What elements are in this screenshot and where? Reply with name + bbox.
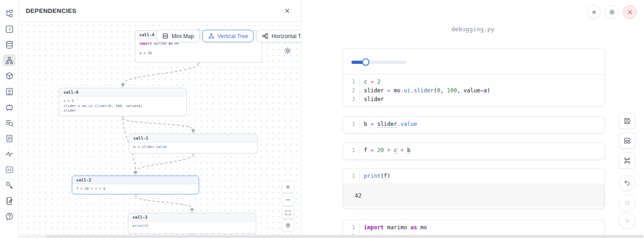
code-line: 1b = slider.value xyxy=(343,120,604,129)
close-panel-button[interactable] xyxy=(282,6,292,16)
code-token: ) xyxy=(387,173,391,179)
commands-button[interactable] xyxy=(619,152,635,169)
code-token: . xyxy=(401,87,404,94)
code-token: b xyxy=(133,145,138,149)
graph-node-cell-1[interactable]: cell-1b = slider.value xyxy=(129,134,258,153)
slider-thumb[interactable] xyxy=(362,58,369,66)
document-icon xyxy=(5,134,14,143)
sidebar-item-tracing[interactable] xyxy=(3,148,16,160)
layout-button[interactable] xyxy=(619,132,635,149)
help-icon xyxy=(5,212,14,221)
slider-track[interactable] xyxy=(351,61,407,64)
graph-node-title: cell-0 xyxy=(59,88,186,96)
graph-node-code: f = 20 + c + b xyxy=(72,184,199,194)
code-token: 100 xyxy=(115,104,122,108)
shutdown-button[interactable] xyxy=(623,5,637,19)
view-mode-horizontal-tree[interactable]: Horizontal Tree xyxy=(256,30,301,42)
code-token: slider xyxy=(63,108,76,113)
sidebar-item-scratchpad[interactable] xyxy=(3,195,16,207)
code-token: f xyxy=(384,173,387,180)
notebook-settings-button[interactable] xyxy=(605,5,619,19)
code-token: mo xyxy=(417,224,427,231)
save-button[interactable] xyxy=(619,113,635,129)
code-token: = xyxy=(370,121,374,127)
zoom-out-button[interactable] xyxy=(282,193,294,206)
line-number: 1 xyxy=(343,120,355,129)
horizontal-scrollbar[interactable] xyxy=(19,235,644,238)
zoom-in-button[interactable] xyxy=(282,181,294,193)
database-icon xyxy=(5,40,14,49)
code-token: ( xyxy=(434,87,437,94)
graph-settings-button[interactable] xyxy=(284,47,292,55)
sidebar-item-chat[interactable] xyxy=(3,101,16,113)
code-token xyxy=(404,147,407,153)
code-editor[interactable]: 1c = 22slider = mo.ui.slider(0, 100, val… xyxy=(343,74,604,107)
code-token: = xyxy=(370,147,374,153)
graph-node-title: cell-3 xyxy=(128,213,256,221)
code-editor[interactable]: 1b = slider.value xyxy=(343,117,604,132)
line-number: 1 xyxy=(343,78,355,86)
graph-node-cell-0[interactable]: cell-0c = 2slider = mo.ui.slider(0, 100,… xyxy=(59,88,187,116)
notebook-cell: 1b = slider.value xyxy=(343,116,605,134)
sidebar-item-logs[interactable] xyxy=(3,117,16,129)
panel-title: DEPENDENCIES xyxy=(26,7,76,14)
graph-node-cell-2[interactable]: cell-2f = 20 + c + b xyxy=(72,176,199,194)
graph-node-code: print(f) xyxy=(128,221,256,231)
code-editor[interactable]: 1f = 20 + c + b xyxy=(343,143,604,158)
dependency-graph-canvas[interactable]: cell-4import marimo as mo a = 20cell-0c … xyxy=(19,23,301,238)
locate-button[interactable] xyxy=(282,219,294,232)
view-mode-label: Mini Map xyxy=(172,33,194,40)
sidebar-item-dependencies[interactable] xyxy=(3,54,16,66)
code-token: c xyxy=(364,79,370,85)
notebook-cell: 1c = 22slider = mo.ui.slider(0, 100, val… xyxy=(343,48,605,107)
code-token: slider xyxy=(63,104,78,108)
view-mode-label: Horizontal Tree xyxy=(271,33,301,40)
code-token xyxy=(384,147,387,153)
dependencies-panel: DEPENDENCIES cell-4import marimo as mo a… xyxy=(19,0,301,238)
sidebar-item-documentation[interactable] xyxy=(3,85,16,97)
code-token: b xyxy=(364,121,370,127)
svg-text:f: f xyxy=(8,27,12,32)
sidebar-item-file-explorer[interactable] xyxy=(3,7,16,19)
activity-bar: f xyxy=(0,0,19,238)
logs-search-icon xyxy=(5,119,14,127)
horizontal-tree-icon xyxy=(262,33,269,40)
pulse-icon xyxy=(5,150,14,159)
sidebar-item-snippets[interactable] xyxy=(3,132,16,144)
code-token: b xyxy=(104,187,106,191)
key-icon xyxy=(5,181,14,190)
minus-icon xyxy=(285,197,291,203)
sidebar-item-help[interactable] xyxy=(3,210,16,222)
plus-icon xyxy=(285,184,291,190)
notebook-menu-button[interactable] xyxy=(587,5,601,19)
code-editor[interactable]: 1print(f) xyxy=(343,169,604,184)
code-token xyxy=(374,79,377,85)
pin-icon xyxy=(285,222,291,229)
undo-button[interactable] xyxy=(619,175,635,191)
fit-view-button[interactable] xyxy=(282,206,294,219)
sidebar-item-outputs[interactable] xyxy=(3,164,16,176)
sidebar-item-packages[interactable] xyxy=(3,70,16,82)
sidebar-item-data-sources[interactable] xyxy=(3,39,16,51)
code-token: 20 xyxy=(377,147,384,153)
notebook-cell: 1print(f)42 xyxy=(343,168,605,209)
sidebar-item-variables[interactable]: f xyxy=(3,23,16,35)
close-x-icon xyxy=(627,9,633,16)
scrollbar-thumb[interactable] xyxy=(46,235,643,238)
menu-icon xyxy=(591,9,598,16)
view-mode-mini-map[interactable]: Mini Map xyxy=(156,30,200,42)
line-number: 1 xyxy=(343,172,355,181)
stop-button[interactable] xyxy=(619,194,635,211)
notebook-topbar xyxy=(587,5,637,19)
view-mode-vertical-tree[interactable]: Vertical Tree xyxy=(202,30,254,42)
scroll-icon xyxy=(5,87,14,96)
code-token: 2 xyxy=(72,99,74,103)
run-all-button[interactable] xyxy=(619,212,635,229)
view-mode-label: Vertical Tree xyxy=(218,33,248,40)
code-token: value xyxy=(464,87,480,94)
sidebar-item-secrets[interactable] xyxy=(3,179,16,191)
code-token: f xyxy=(364,147,370,153)
code-token: import xyxy=(139,41,152,45)
code-token: = xyxy=(370,79,374,85)
graph-node-cell-3[interactable]: cell-3print(f) xyxy=(128,213,256,234)
